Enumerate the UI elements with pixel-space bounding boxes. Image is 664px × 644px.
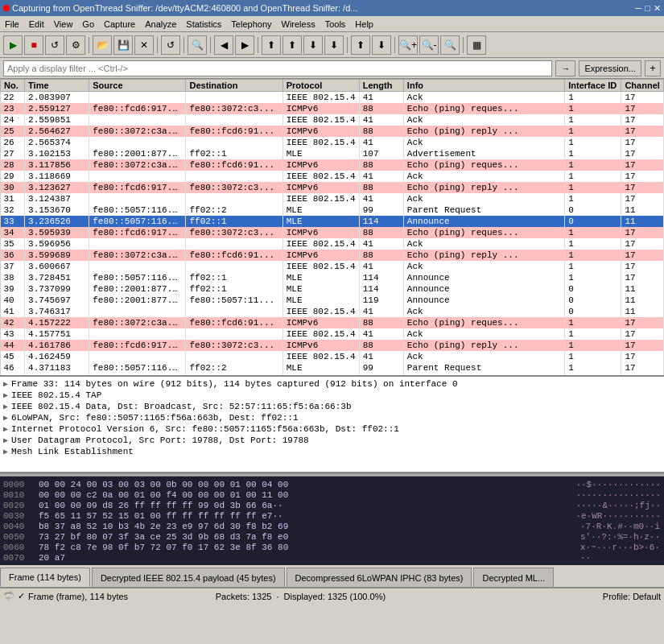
table-row[interactable]: 303.123627fe80::fcd6:917...fe80::3072:c3… [1,182,664,193]
table-cell: Parent Request [403,362,564,374]
close-button[interactable]: ✕ [654,3,661,14]
stop-capture-button[interactable]: ■ [24,35,43,55]
go-prev-marked-button[interactable]: ⬆ [283,35,302,55]
reload-button[interactable]: ↺ [161,35,180,55]
table-row[interactable]: 262.565374IEEE 802.15.441Ack117 [1,137,664,148]
expression-button[interactable]: Expression... [579,60,641,76]
menu-telephony[interactable]: Telephony [226,18,276,31]
menu-file[interactable]: File [0,18,24,31]
col-header-info[interactable]: Info [403,80,564,92]
table-row[interactable]: 283.117856fe80::3072:c3a...fe80::fcd6:91… [1,159,664,171]
next-packet-button[interactable]: ▶ [235,35,254,55]
col-header-protocol[interactable]: Protocol [283,80,359,92]
scroll-up-button[interactable]: ⬆ [351,35,370,55]
detail-lowpan[interactable]: ▶ 6LoWPAN, Src: fe80::5057:1165:f56a:663… [2,412,662,423]
go-first-button[interactable]: ⬆ [262,35,281,55]
table-cell: 17 [621,103,664,114]
apply-filter-button[interactable]: → [555,60,575,76]
table-cell: 3.236526 [25,216,89,227]
minimize-button[interactable]: ─ [636,3,642,13]
bottom-tab-2[interactable]: Decompressed 6LoWPAN IPHC (83 bytes) [287,568,472,587]
menu-capture[interactable]: Capture [99,18,140,31]
display-filter-input[interactable] [3,60,552,76]
col-header-interface[interactable]: Interface ID [565,80,621,92]
open-file-button[interactable]: 📂 [93,35,112,55]
table-cell: ff02::1 [186,283,283,295]
hex-row: 005073 27 bf 80 07 3f 3a ce 25 3d 9b 68 … [3,532,661,542]
zoom-out-button[interactable]: 🔍- [419,35,439,55]
detail-ieee-tap[interactable]: ▶ IEEE 802.15.4 TAP [2,390,662,401]
table-row[interactable]: 434.157751IEEE 802.15.441Ack117 [1,328,664,340]
table-cell: 2.559851 [25,114,89,126]
zoom-in-button[interactable]: 🔍+ [398,35,418,55]
table-row[interactable]: 273.102153fe80::2001:877...ff02::1MLE107… [1,148,664,159]
detail-ieee-data[interactable]: ▶ IEEE 802.15.4 Data, Dst: Broadcast, Sr… [2,401,662,412]
start-capture-button[interactable]: ▶ [3,35,23,55]
table-row[interactable]: 383.728451fe80::5057:116...ff02::1MLE114… [1,272,664,283]
table-row[interactable]: 454.162459IEEE 802.15.441Ack117 [1,351,664,362]
col-header-time[interactable]: Time [25,80,89,92]
ieee-data-expand-icon: ▶ [3,402,8,411]
table-row[interactable]: 464.371183fe80::5057:116...ff02::2MLE99P… [1,362,664,374]
table-row[interactable]: 393.737099fe80::2001:877...ff02::1MLE114… [1,283,664,295]
detail-ipv6[interactable]: ▶ Internet Protocol Version 6, Src: fe80… [2,423,662,435]
packet-list[interactable]: No. Time Source Destination Protocol Len… [0,79,664,377]
table-cell: 3.117856 [25,159,89,171]
go-last-button[interactable]: ⬇ [324,35,344,55]
detail-udp[interactable]: ▶ User Datagram Protocol, Src Port: 1978… [2,435,662,446]
table-row[interactable]: 333.236526fe80::5057:116...ff02::1MLE114… [1,216,664,227]
add-filter-button[interactable]: + [645,60,661,76]
toolbar-sep-4 [210,37,211,53]
table-cell: ICMPv6 [283,250,359,261]
table-row[interactable]: 424.157222fe80::3072:c3a...fe80::fcd6:91… [1,317,664,328]
table-row[interactable]: 353.596956IEEE 802.15.441Ack117 [1,238,664,250]
menu-analyze[interactable]: Analyze [140,18,181,31]
table-cell: Announce [403,283,564,295]
col-header-destination[interactable]: Destination [186,80,283,92]
table-row[interactable]: 323.153670fe80::5057:116...ff02::2MLE99P… [1,204,664,216]
bottom-tab-3[interactable]: Decrypted ML... [473,568,554,587]
bottom-tab-1[interactable]: Decrypted IEEE 802.15.4 payload (45 byte… [92,568,285,587]
col-header-source[interactable]: Source [89,80,186,92]
bottom-tab-0[interactable]: Frame (114 bytes) [0,568,90,587]
menu-edit[interactable]: Edit [24,18,49,31]
menu-go[interactable]: Go [77,18,99,31]
go-next-marked-button[interactable]: ⬇ [303,35,323,55]
table-row[interactable]: 313.124387IEEE 802.15.441Ack117 [1,193,664,204]
menu-view[interactable]: View [49,18,78,31]
table-row[interactable]: 252.564627fe80::3072:c3a...fe80::fcd6:91… [1,126,664,137]
menu-wireless[interactable]: Wireless [277,18,320,31]
table-row[interactable]: 293.118669IEEE 802.15.441Ack117 [1,171,664,182]
menu-help[interactable]: Help [350,18,378,31]
scroll-down-button[interactable]: ⬇ [372,35,391,55]
table-row[interactable]: 373.600667IEEE 802.15.441Ack117 [1,261,664,272]
capture-options-button[interactable]: ⚙ [66,35,85,55]
maximize-button[interactable]: □ [645,3,650,13]
save-file-button[interactable]: 💾 [113,35,133,55]
table-row[interactable]: 444.161786fe80::fcd6:917...fe80::3072:c3… [1,340,664,351]
find-packet-button[interactable]: 🔍 [188,35,207,55]
zoom-reset-button[interactable]: 🔍 [440,35,460,55]
restart-capture-button[interactable]: ↺ [45,35,64,55]
col-header-length[interactable]: Length [359,80,403,92]
close-file-button[interactable]: ✕ [134,35,154,55]
table-row[interactable]: 232.559127fe80::fcd6:917...fe80::3072:c3… [1,103,664,114]
detail-mle[interactable]: ▶ Mesh Link Establishment [2,446,662,457]
resize-columns-button[interactable]: ▦ [467,35,486,55]
table-row[interactable]: 403.745697fe80::2001:877...fe80::5057:11… [1,295,664,306]
col-header-no[interactable]: No. [1,80,25,92]
menu-statistics[interactable]: Statistics [181,18,226,31]
table-row[interactable]: 363.599689fe80::3072:c3a...fe80::fcd6:91… [1,250,664,261]
table-row[interactable]: 222.083907IEEE 802.15.441Ack117 [1,92,664,104]
col-header-channel[interactable]: Channel [621,80,664,92]
table-row[interactable]: 413.746317IEEE 802.15.441Ack011 [1,306,664,317]
table-cell: 17 [621,137,664,148]
table-cell: 11 [621,283,664,295]
prev-packet-button[interactable]: ◀ [214,35,233,55]
table-cell: ICMPv6 [283,159,359,171]
table-row[interactable]: 343.595939fe80::fcd6:917...fe80::3072:c3… [1,227,664,238]
table-row[interactable]: 242.559851IEEE 802.15.441Ack117 [1,114,664,126]
hex-offset: 0070 [3,553,32,563]
menu-tools[interactable]: Tools [320,18,351,31]
detail-frame[interactable]: ▶ Frame 33: 114 bytes on wire (912 bits)… [2,378,662,390]
